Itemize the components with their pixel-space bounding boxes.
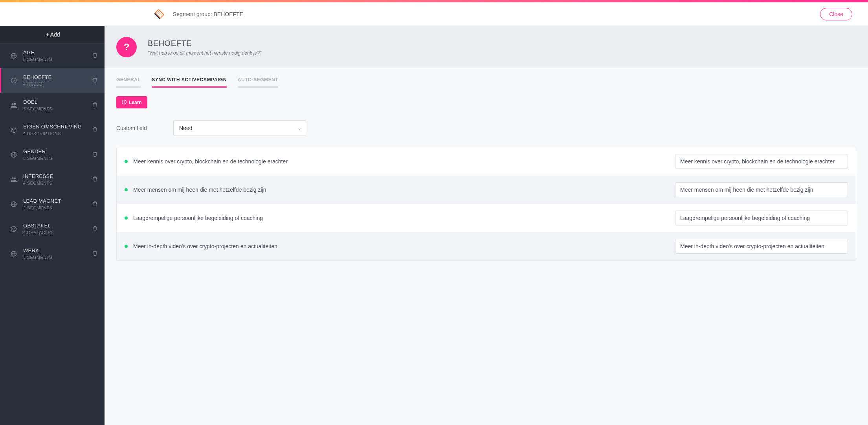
globe-icon (10, 201, 18, 207)
globe-icon (10, 251, 18, 257)
sidebar-item-obstakel[interactable]: OBSTAKEL4 OBSTACLES (0, 216, 105, 241)
trash-icon[interactable] (93, 53, 97, 59)
svg-line-4 (158, 13, 161, 16)
learn-button-label: Learn (129, 100, 142, 105)
sidebar-item-werk[interactable]: WERK3 SEGMENTS (0, 241, 105, 266)
sidebar-item-title: BEHOEFTE (23, 74, 93, 80)
svg-point-12 (14, 103, 16, 105)
smile-icon (10, 226, 18, 232)
sidebar-item-title: GENDER (23, 148, 93, 154)
mapping-row-input[interactable] (675, 154, 848, 169)
sidebar-item-title: INTERESSE (23, 173, 93, 179)
sidebar-item-title: DOEL (23, 99, 93, 105)
sidebar-item-title: LEAD MAGNET (23, 198, 93, 204)
sidebar-item-title: WERK (23, 247, 93, 253)
tab-auto-segment[interactable]: AUTO-SEGMENT (238, 77, 278, 88)
sidebar-item-doel[interactable]: DOEL5 SEGMENTS (0, 93, 105, 117)
mapping-rows: Meer kennis over crypto, blockchain en d… (116, 147, 856, 261)
sidebar-item-gender[interactable]: GENDER3 SEGMENTS (0, 142, 105, 167)
mapping-row-input[interactable] (675, 182, 848, 197)
sidebar: + Add AGE5 SEGMENTS?BEHOEFTE4 NEEDSDOEL5… (0, 26, 105, 425)
sidebar-item-subtitle: 2 SEGMENTS (23, 205, 93, 210)
sidebar-item-subtitle: 4 SEGMENTS (23, 181, 93, 185)
learn-button[interactable]: ⓘ Learn (116, 96, 147, 108)
users-icon (10, 176, 18, 183)
trash-icon[interactable] (93, 201, 97, 207)
mapping-row: Meer in-depth video's over crypto-projec… (117, 232, 856, 260)
users-icon (10, 102, 18, 108)
custom-field-label: Custom field (116, 125, 173, 131)
svg-point-11 (12, 103, 14, 105)
status-dot-icon (125, 188, 128, 191)
trash-icon[interactable] (93, 226, 97, 232)
page-icon: ? (116, 37, 137, 57)
mapping-row-label: Meer mensen om mij heen die met hetzelfd… (133, 187, 675, 193)
svg-point-21 (11, 226, 17, 231)
globe-icon (10, 53, 18, 59)
svg-line-3 (157, 11, 161, 15)
status-dot-icon (125, 216, 128, 220)
trash-icon[interactable] (93, 251, 97, 257)
app-logo (153, 8, 165, 20)
logo-icon (153, 8, 165, 20)
trash-icon[interactable] (93, 77, 97, 84)
box-icon (10, 127, 18, 133)
sidebar-item-title: OBSTAKEL (23, 223, 93, 229)
mapping-row-label: Meer kennis over crypto, blockchain en d… (133, 158, 675, 165)
globe-icon (10, 152, 18, 158)
sidebar-item-subtitle: 3 SEGMENTS (23, 156, 93, 161)
tab-general[interactable]: GENERAL (116, 77, 141, 88)
svg-point-16 (12, 177, 14, 179)
custom-field-select[interactable]: Need (173, 120, 306, 136)
sidebar-item-subtitle: 4 DESCRIPTIONS (23, 131, 93, 136)
status-dot-icon (125, 160, 128, 163)
svg-text:?: ? (13, 79, 15, 82)
mapping-row: Laagdrempelige persoonlijke begeleiding … (117, 204, 856, 232)
svg-rect-1 (154, 13, 160, 19)
tabs: GENERALSYNC WITH ACTIVECAMPAIGNAUTO-SEGM… (105, 68, 868, 88)
sidebar-item-subtitle: 5 SEGMENTS (23, 57, 93, 62)
tab-sync-with-activecampaign[interactable]: SYNC WITH ACTIVECAMPAIGN (152, 77, 227, 88)
sidebar-item-subtitle: 5 SEGMENTS (23, 106, 93, 111)
mapping-row-label: Meer in-depth video's over crypto-projec… (133, 243, 675, 249)
mapping-row: Meer mensen om mij heen die met hetzelfd… (117, 176, 856, 204)
sidebar-item-age[interactable]: AGE5 SEGMENTS (0, 43, 105, 68)
main-content: ? BEHOEFTE "Wat heb je op dit moment het… (105, 26, 868, 425)
question-icon: ? (10, 77, 18, 84)
add-button[interactable]: + Add (0, 26, 105, 43)
sidebar-item-interesse[interactable]: INTERESSE4 SEGMENTS (0, 167, 105, 192)
mapping-row: Meer kennis over crypto, blockchain en d… (117, 147, 856, 176)
svg-point-17 (14, 177, 16, 179)
sidebar-item-title: EIGEN OMSCHRIJVING (23, 124, 93, 130)
header-title: Segment group: BEHOEFTE (173, 11, 243, 17)
sidebar-item-behoefte[interactable]: ?BEHOEFTE4 NEEDS (0, 68, 105, 93)
trash-icon[interactable] (93, 102, 97, 108)
page-header: ? BEHOEFTE "Wat heb je op dit moment het… (105, 26, 868, 68)
sidebar-item-title: AGE (23, 49, 93, 55)
close-button[interactable]: Close (820, 8, 852, 20)
mapping-row-label: Laagdrempelige persoonlijke begeleiding … (133, 215, 675, 221)
sidebar-item-lead-magnet[interactable]: LEAD MAGNET2 SEGMENTS (0, 192, 105, 216)
page-subtitle: "Wat heb je op dit moment het meeste nod… (148, 50, 261, 56)
page-title: BEHOEFTE (148, 39, 261, 48)
trash-icon[interactable] (93, 176, 97, 183)
info-icon: ⓘ (122, 99, 127, 106)
mapping-row-input[interactable] (675, 211, 848, 225)
sidebar-item-subtitle: 4 OBSTACLES (23, 230, 93, 235)
mapping-row-input[interactable] (675, 239, 848, 254)
svg-point-23 (15, 228, 15, 229)
svg-point-22 (13, 228, 13, 229)
custom-field-row: Custom field Need ⌄ (116, 120, 856, 136)
top-header: Segment group: BEHOEFTE Close (0, 2, 868, 26)
sidebar-item-eigen-omschrijving[interactable]: EIGEN OMSCHRIJVING4 DESCRIPTIONS (0, 117, 105, 142)
status-dot-icon (125, 245, 128, 248)
trash-icon[interactable] (93, 127, 97, 133)
sidebar-item-subtitle: 3 SEGMENTS (23, 255, 93, 260)
sidebar-item-subtitle: 4 NEEDS (23, 82, 93, 86)
trash-icon[interactable] (93, 152, 97, 158)
